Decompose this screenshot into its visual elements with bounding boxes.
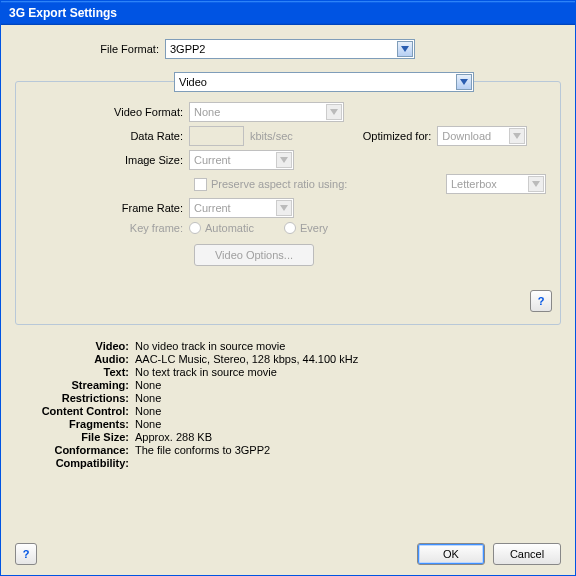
preserve-aspect-label: Preserve aspect ratio using:: [211, 178, 347, 190]
sum-text-label: Text:: [25, 366, 135, 378]
cancel-button[interactable]: Cancel: [493, 543, 561, 565]
frame-rate-label: Frame Rate:: [24, 202, 189, 214]
sum-audio-value: AAC-LC Music, Stereo, 128 kbps, 44.100 k…: [135, 353, 358, 365]
settings-tab-combo[interactable]: Video: [174, 72, 474, 92]
keyframe-auto-label: Automatic: [205, 222, 254, 234]
image-size-label: Image Size:: [24, 154, 189, 166]
export-settings-window: 3G Export Settings File Format: 3GPP2 Vi…: [0, 0, 576, 576]
file-format-value: 3GPP2: [170, 43, 205, 55]
chevron-down-icon: [456, 74, 472, 90]
data-rate-label: Data Rate:: [24, 130, 189, 142]
data-rate-unit: kbits/sec: [250, 130, 293, 142]
optimized-value: Download: [442, 130, 491, 142]
ok-button[interactable]: OK: [417, 543, 485, 565]
keyframe-every-label: Every: [300, 222, 328, 234]
video-format-value: None: [194, 106, 220, 118]
help-icon: ?: [23, 548, 30, 560]
optimized-label: Optimized for:: [363, 130, 431, 142]
keyframe-auto-radio[interactable]: [189, 222, 201, 234]
optimized-combo[interactable]: Download: [437, 126, 527, 146]
sum-conf-label: Conformance:: [25, 444, 135, 456]
image-size-combo[interactable]: Current: [189, 150, 294, 170]
sum-restr-value: None: [135, 392, 161, 404]
video-format-combo[interactable]: None: [189, 102, 344, 122]
chevron-down-icon: [509, 128, 525, 144]
file-format-label: File Format:: [15, 43, 165, 55]
sum-size-label: File Size:: [25, 431, 135, 443]
sum-video-label: Video:: [25, 340, 135, 352]
key-frame-label: Key frame:: [24, 222, 189, 234]
image-size-value: Current: [194, 154, 231, 166]
aspect-mode-combo[interactable]: Letterbox: [446, 174, 546, 194]
preserve-aspect-checkbox[interactable]: [194, 178, 207, 191]
sum-size-value: Approx. 288 KB: [135, 431, 212, 443]
help-button-main[interactable]: ?: [15, 543, 37, 565]
sum-stream-value: None: [135, 379, 161, 391]
sum-stream-label: Streaming:: [25, 379, 135, 391]
video-format-label: Video Format:: [24, 106, 189, 118]
help-button-group[interactable]: ?: [530, 290, 552, 312]
keyframe-every-radio[interactable]: [284, 222, 296, 234]
aspect-mode-value: Letterbox: [451, 178, 497, 190]
chevron-down-icon: [528, 176, 544, 192]
sum-content-label: Content Control:: [25, 405, 135, 417]
sum-audio-label: Audio:: [25, 353, 135, 365]
frame-rate-combo[interactable]: Current: [189, 198, 294, 218]
chevron-down-icon: [276, 152, 292, 168]
video-options-button[interactable]: Video Options...: [194, 244, 314, 266]
help-icon: ?: [538, 295, 545, 307]
chevron-down-icon: [397, 41, 413, 57]
video-settings-group: Video Video Format: None Data Rate: kbit…: [15, 81, 561, 325]
sum-compat-label: Compatibility:: [25, 457, 135, 469]
sum-video-value: No video track in source movie: [135, 340, 285, 352]
chevron-down-icon: [276, 200, 292, 216]
data-rate-input[interactable]: [189, 126, 244, 146]
content-area: File Format: 3GPP2 Video Video Format: N…: [1, 25, 575, 575]
titlebar: 3G Export Settings: [1, 1, 575, 25]
sum-content-value: None: [135, 405, 161, 417]
sum-text-value: No text track in source movie: [135, 366, 277, 378]
sum-frag-value: None: [135, 418, 161, 430]
file-format-combo[interactable]: 3GPP2: [165, 39, 415, 59]
settings-tab-value: Video: [179, 76, 207, 88]
window-title: 3G Export Settings: [9, 6, 117, 20]
sum-conf-value: The file conforms to 3GPP2: [135, 444, 270, 456]
sum-frag-label: Fragments:: [25, 418, 135, 430]
chevron-down-icon: [326, 104, 342, 120]
sum-restr-label: Restrictions:: [25, 392, 135, 404]
frame-rate-value: Current: [194, 202, 231, 214]
summary-block: Video:No video track in source movie Aud…: [25, 339, 561, 470]
